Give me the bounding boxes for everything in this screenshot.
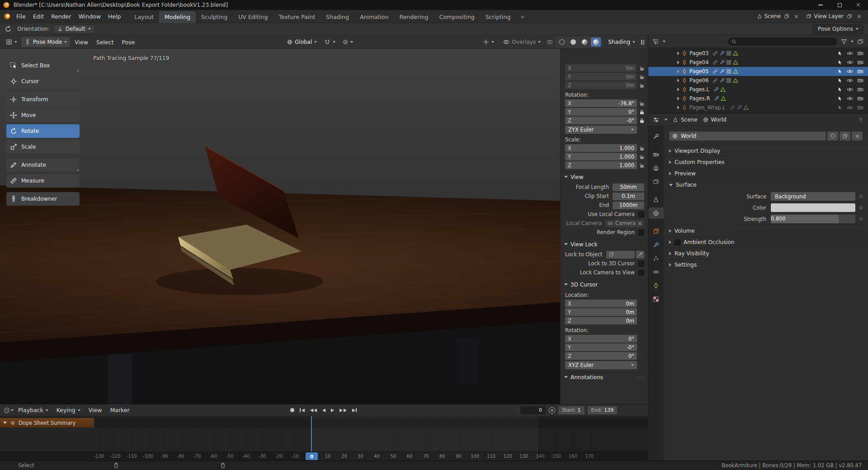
cursor-location-z-field[interactable]: Z0m xyxy=(565,317,637,324)
shading-dropdown[interactable]: Shading xyxy=(605,37,638,47)
editor-type-button[interactable] xyxy=(3,37,20,47)
render-region-checkbox[interactable] xyxy=(638,230,644,235)
camera-visibility-icon[interactable] xyxy=(857,59,863,66)
new-view-layer-button[interactable] xyxy=(846,13,853,20)
view-layer-selector[interactable]: View Layer xyxy=(806,13,863,20)
marker-menu[interactable]: Marker xyxy=(106,407,133,414)
animate-dot-icon[interactable] xyxy=(859,217,863,221)
camera-visibility-icon[interactable] xyxy=(857,95,863,102)
viewport-menu-pose[interactable]: Pose xyxy=(118,39,139,46)
cursor-panel-header[interactable]: 3D Cursor xyxy=(561,279,648,289)
tab-world[interactable] xyxy=(648,207,664,219)
animate-dot-icon[interactable] xyxy=(859,206,863,209)
auto-keying-toggle[interactable] xyxy=(549,407,555,414)
tab-compositing[interactable]: Compositing xyxy=(434,11,480,23)
remove-view-layer-button[interactable] xyxy=(855,13,863,20)
outliner-row-page03[interactable]: Page03 xyxy=(648,49,868,58)
cursor-rotation-x-field[interactable]: X0° xyxy=(565,335,637,343)
scale-x-field[interactable]: X1.000 xyxy=(565,144,637,152)
play-reverse-button[interactable] xyxy=(320,406,328,415)
tool-annotate[interactable]: Annotate xyxy=(6,158,80,172)
selectable-icon[interactable] xyxy=(837,69,843,74)
menu-file[interactable]: File xyxy=(13,13,29,20)
lock-open-icon[interactable] xyxy=(639,163,644,168)
mode-dropdown[interactable]: Pose Mode xyxy=(21,37,70,47)
outliner-row-pages-l[interactable]: Pages.L xyxy=(648,85,868,94)
tab-object[interactable] xyxy=(648,226,664,237)
tool-select-box[interactable]: Select Box xyxy=(6,59,80,72)
unlink-scene-button[interactable] xyxy=(793,13,800,20)
world-color-swatch[interactable] xyxy=(771,203,855,212)
new-world-button[interactable] xyxy=(840,132,850,141)
unlink-world-button[interactable] xyxy=(852,132,863,141)
tab-layout[interactable]: Layout xyxy=(129,11,159,23)
lock-icon[interactable] xyxy=(639,118,644,123)
expand-icon[interactable] xyxy=(677,97,679,100)
tab-modifiers[interactable] xyxy=(648,239,664,250)
panel-ambient-occlusion[interactable]: Ambient Occlusion xyxy=(664,236,868,248)
current-frame-field[interactable]: 0 xyxy=(520,406,546,414)
solid-shading-button[interactable] xyxy=(568,38,578,47)
annotations-panel-header[interactable]: Annotations:::: xyxy=(561,372,648,382)
eye-icon[interactable] xyxy=(847,68,853,75)
cursor-rotation-z-field[interactable]: Z0° xyxy=(565,352,637,360)
outliner-search[interactable] xyxy=(728,38,837,46)
tab-tool[interactable] xyxy=(648,131,664,142)
lock-to-object-field[interactable] xyxy=(606,251,635,258)
jump-to-start-button[interactable] xyxy=(297,406,307,415)
material-shading-button[interactable] xyxy=(580,38,590,47)
lock-open-icon[interactable] xyxy=(639,83,644,88)
selectable-icon[interactable] xyxy=(837,78,843,83)
active-tool-icon[interactable] xyxy=(5,25,12,33)
tab-uv-editing[interactable]: UV Editing xyxy=(233,11,273,23)
timeline-editor-icon[interactable] xyxy=(4,407,10,414)
local-camera-field[interactable]: Camera xyxy=(605,220,644,227)
filter-icon[interactable] xyxy=(841,38,847,45)
viewport-menu-view[interactable]: View xyxy=(71,39,92,46)
expand-icon[interactable] xyxy=(677,52,679,55)
scale-z-field[interactable]: Z1.000 xyxy=(565,161,637,169)
pause-icon[interactable] xyxy=(641,40,644,45)
selectable-icon[interactable] xyxy=(837,51,843,56)
panel-custom-properties[interactable]: Custom Properties xyxy=(664,156,868,168)
start-frame-field[interactable]: Start:1 xyxy=(558,406,585,414)
scene-selector[interactable]: Scene xyxy=(757,13,800,20)
tool-cursor[interactable]: Cursor xyxy=(6,75,80,88)
camera-visibility-icon[interactable] xyxy=(857,104,863,111)
tab-particles[interactable] xyxy=(648,253,664,264)
tab-scripting[interactable]: Scripting xyxy=(480,11,516,23)
playhead[interactable] xyxy=(311,416,312,451)
lock-open-icon[interactable] xyxy=(639,66,644,70)
breadcrumb-scene[interactable]: Scene xyxy=(673,117,698,123)
eyedropper-button[interactable] xyxy=(636,251,644,258)
panel-viewport-display[interactable]: Viewport Display xyxy=(664,145,868,156)
menu-render[interactable]: Render xyxy=(47,13,75,20)
surface-type-button[interactable]: Background xyxy=(771,192,855,201)
tool-scale[interactable]: Scale xyxy=(6,140,80,154)
view-lock-panel-header[interactable]: View Lock xyxy=(561,239,648,249)
camera-visibility-icon[interactable] xyxy=(857,68,863,75)
end-frame-field[interactable]: End:139 xyxy=(588,406,618,414)
tab-object-data[interactable] xyxy=(648,280,664,291)
add-workspace-button[interactable]: + xyxy=(516,11,528,23)
panel-volume[interactable]: Volume xyxy=(664,225,868,236)
current-frame-pill[interactable]: 0 xyxy=(306,452,318,460)
outliner-row-page05-selected[interactable]: Page05 xyxy=(648,67,868,76)
minimize-button[interactable] xyxy=(811,0,830,10)
rendered-shading-button[interactable] xyxy=(591,38,601,47)
blender-menu-icon[interactable] xyxy=(4,13,11,20)
cursor-rotation-mode-dropdown[interactable]: XYZ Euler xyxy=(565,361,637,369)
tab-physics[interactable] xyxy=(648,266,664,277)
rotation-y-field[interactable]: Y0° xyxy=(565,108,637,116)
tab-modeling[interactable]: Modeling xyxy=(159,11,196,23)
eye-icon[interactable] xyxy=(847,77,853,84)
tab-render[interactable] xyxy=(648,149,664,160)
lock-open-icon[interactable] xyxy=(639,154,644,159)
x-icon[interactable] xyxy=(638,221,642,226)
lock-camera-to-view-checkbox[interactable] xyxy=(638,270,644,276)
eye-icon[interactable] xyxy=(847,59,853,66)
panel-grip-icon[interactable]: :::: xyxy=(637,375,644,380)
location-z-field[interactable]: Z0m xyxy=(565,81,637,89)
expand-icon[interactable] xyxy=(677,79,679,82)
outliner-row-page04[interactable]: Page04 xyxy=(648,58,868,67)
